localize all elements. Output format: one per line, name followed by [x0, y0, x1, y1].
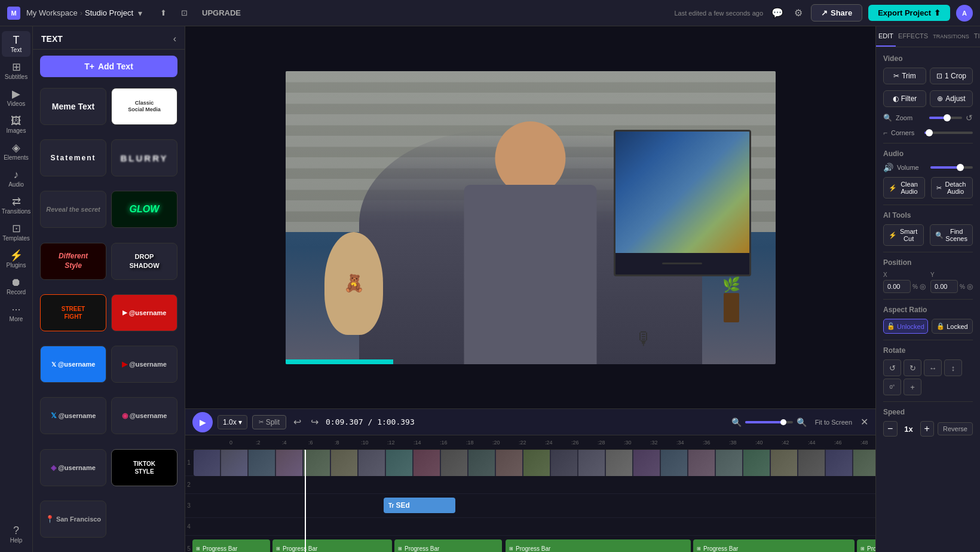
x-target-icon[interactable]: ◎ — [920, 282, 926, 291]
tab-effects[interactable]: EFFECTS — [896, 26, 930, 47]
filter-button[interactable]: ◐ Filter — [883, 90, 926, 107]
rotate-ccw-button[interactable]: ↺ — [883, 359, 901, 376]
share-button[interactable]: ↗ Share — [811, 4, 862, 22]
sidebar-item-templates[interactable]: ⊡ Templates — [2, 219, 30, 245]
volume-slider-track[interactable] — [930, 166, 973, 169]
sed-text-item[interactable]: Tr SEd — [384, 498, 455, 513]
pb5-label: Progress Bar — [703, 545, 738, 552]
playhead[interactable] — [305, 450, 306, 552]
dropdown-icon[interactable]: ▾ — [138, 8, 142, 18]
y-label: Y — [930, 272, 973, 278]
text-sample-username-tw[interactable]: 𝕏 @username — [40, 346, 106, 383]
redo-button[interactable]: ↪ — [308, 414, 321, 430]
split-button[interactable]: ✂ Split — [252, 415, 286, 429]
text-sample-statement[interactable]: Statement — [40, 139, 106, 176]
text-sample-dropshadow[interactable]: DROPSHADOW — [111, 243, 177, 280]
text-sample-different[interactable]: DifferentStyle — [40, 243, 106, 280]
y-input[interactable] — [930, 280, 958, 293]
text-sample-sanfrancisco[interactable]: 📍 San Francisco — [40, 501, 106, 538]
zoom-slider-thumb[interactable] — [944, 114, 951, 121]
tab-transitions[interactable]: TRANSITIONS — [930, 26, 972, 47]
comment-button[interactable]: 💬 — [769, 5, 786, 21]
sidebar-item-videos[interactable]: ▶ Videos — [2, 85, 30, 111]
upgrade-button[interactable]: UPGRADE — [197, 6, 246, 20]
zoom-slider[interactable] — [745, 421, 793, 423]
export-button[interactable]: Export Project ⬆ — [868, 5, 950, 21]
y-target-icon[interactable]: ◎ — [967, 282, 973, 291]
find-scenes-button[interactable]: 🔍 Find Scenes — [930, 224, 973, 246]
text-sample-username-ig2[interactable]: ◈ @username — [40, 449, 106, 486]
video-track[interactable] — [194, 450, 875, 476]
sidebar-item-help[interactable]: ? Help — [2, 521, 30, 547]
text-panel-close-button[interactable]: ‹ — [173, 33, 176, 44]
fit-screen-button[interactable]: Fit to Screen — [810, 416, 857, 428]
sidebar-item-plugins[interactable]: ⚡ Plugins — [2, 246, 30, 272]
clean-audio-button[interactable]: ⚡ Clean Audio — [883, 177, 925, 199]
text-panel-header: TEXT ‹ — [33, 26, 185, 50]
locked-button[interactable]: 🔒 Locked — [932, 319, 973, 334]
unlocked-button[interactable]: 🔓 Unlocked — [883, 319, 928, 334]
ruler-mark-22: :22 — [519, 440, 545, 446]
text-sample-street[interactable]: STREETFIGHT — [40, 294, 106, 331]
current-time: 0:09.307 — [326, 417, 363, 426]
sidebar-item-images[interactable]: 🖼 Images — [2, 112, 30, 138]
progress-bar-2[interactable]: ⊞ Progress Bar — [272, 539, 392, 552]
zoom-slider-track[interactable] — [929, 117, 962, 119]
text-sample-reveal[interactable]: Reveal the secret — [40, 191, 106, 228]
sidebar-item-subtitles[interactable]: ⊞ Subtitles — [2, 58, 30, 84]
sidebar-item-elements[interactable]: ◈ Elements — [2, 139, 30, 164]
flip-h-button[interactable]: ↔ — [924, 359, 942, 376]
speed-indicator[interactable]: 1.0x ▾ — [218, 415, 247, 429]
zoom-reset-button[interactable]: ↺ — [966, 113, 973, 123]
speed-decrease-button[interactable]: − — [883, 421, 898, 437]
rotate-0-button[interactable]: 0° — [883, 379, 901, 395]
smart-cut-button[interactable]: ⚡ Smart Cut — [883, 224, 924, 246]
avatar[interactable]: A — [956, 5, 973, 22]
progress-bar-1[interactable]: ⊞ Progress Bar — [192, 539, 270, 552]
timeline-tracks[interactable]: 1 — [185, 450, 875, 552]
detach-icon: ✂ — [936, 184, 942, 192]
trim-button[interactable]: ✂ Trim — [883, 68, 926, 84]
zoom-out-icon[interactable]: 🔍 — [731, 417, 742, 427]
text-sample-glow[interactable]: GLOW — [111, 191, 177, 228]
zoom-in-icon[interactable]: 🔍 — [797, 417, 807, 427]
crop-button[interactable]: ⊡ 1 Crop — [930, 68, 973, 84]
reverse-button[interactable]: Reverse — [938, 422, 973, 435]
progress-bar-4[interactable]: ⊞ Progress Bar — [506, 539, 691, 552]
x-input[interactable] — [883, 280, 911, 293]
flip-v-button[interactable]: ↕ — [944, 359, 962, 376]
add-text-button[interactable]: T+ Add Text — [40, 56, 177, 77]
text-sample-username-tw2[interactable]: 𝕏 @username — [40, 397, 106, 434]
rotate-add-button[interactable]: + — [904, 379, 921, 395]
corners-slider-track[interactable] — [924, 132, 973, 134]
sidebar-item-audio[interactable]: ♪ Audio — [2, 166, 30, 191]
play-button[interactable]: ▶ — [192, 412, 213, 432]
sidebar-item-text[interactable]: T Text — [2, 31, 30, 57]
tab-timing[interactable]: TIMING — [972, 26, 980, 47]
adjust-button[interactable]: ⊕ Adjust — [930, 90, 973, 107]
tab-edit[interactable]: EDIT — [876, 26, 896, 47]
undo-button[interactable]: ↩ — [291, 414, 304, 430]
upload-button[interactable]: ⬆ — [155, 6, 172, 20]
detach-audio-button[interactable]: ✂ Detach Audio — [931, 177, 973, 199]
sidebar-item-more[interactable]: ··· More — [2, 300, 30, 326]
sidebar-item-record[interactable]: ⏺ Record — [2, 273, 30, 299]
sidebar-item-transitions[interactable]: ⇄ Transitions — [2, 193, 30, 218]
volume-slider-thumb[interactable] — [957, 164, 964, 171]
progress-bar-3[interactable]: ⊞ Progress Bar — [394, 539, 502, 552]
speed-increase-button[interactable]: + — [920, 421, 935, 437]
rotate-cw-button[interactable]: ↻ — [904, 359, 921, 376]
progress-bar-5[interactable]: ⊞ Progress Bar — [693, 539, 855, 552]
text-sample-username-ig[interactable]: ◉ @username — [111, 397, 177, 434]
text-sample-meme[interactable]: Meme Text — [40, 88, 106, 125]
corners-slider-thumb[interactable] — [926, 129, 933, 136]
text-sample-classic[interactable]: ClassicSocial Media — [111, 88, 177, 125]
text-sample-username-yt[interactable]: ▶ @username — [111, 294, 177, 331]
copy-button[interactable]: ⊡ — [176, 6, 192, 20]
text-sample-blurry[interactable]: BLURRY — [111, 139, 177, 176]
text-sample-tiktok[interactable]: TIKTOKSTYLE — [111, 449, 177, 486]
settings-button[interactable]: ⚙ — [792, 5, 805, 21]
text-sample-username-yt2[interactable]: ▶ @username — [111, 346, 177, 383]
progress-bar-6[interactable]: ⊞ Progress Bar — [857, 539, 875, 552]
close-timeline-button[interactable]: ✕ — [860, 416, 868, 428]
